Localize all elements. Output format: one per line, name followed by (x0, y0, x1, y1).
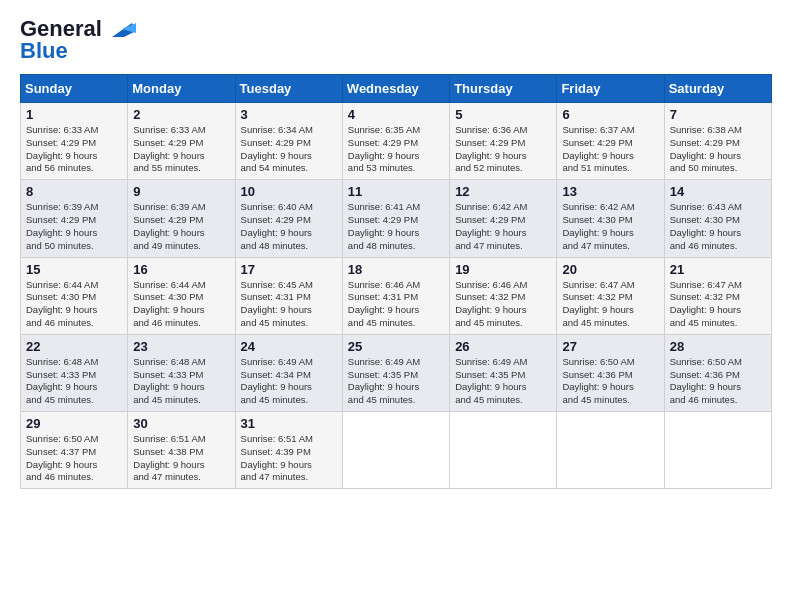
cell-info: Sunrise: 6:49 AMSunset: 4:35 PMDaylight:… (348, 356, 420, 405)
cell-info: Sunrise: 6:36 AMSunset: 4:29 PMDaylight:… (455, 124, 527, 173)
calendar-week-2: 8 Sunrise: 6:39 AMSunset: 4:29 PMDayligh… (21, 180, 772, 257)
calendar-cell: 10 Sunrise: 6:40 AMSunset: 4:29 PMDaylig… (235, 180, 342, 257)
day-header-thursday: Thursday (450, 75, 557, 103)
cell-info: Sunrise: 6:39 AMSunset: 4:29 PMDaylight:… (133, 201, 205, 250)
cell-info: Sunrise: 6:51 AMSunset: 4:38 PMDaylight:… (133, 433, 205, 482)
cell-info: Sunrise: 6:44 AMSunset: 4:30 PMDaylight:… (26, 279, 98, 328)
day-number: 10 (241, 184, 337, 199)
cell-info: Sunrise: 6:46 AMSunset: 4:32 PMDaylight:… (455, 279, 527, 328)
day-number: 11 (348, 184, 444, 199)
logo: General Blue (20, 16, 136, 64)
cell-info: Sunrise: 6:49 AMSunset: 4:34 PMDaylight:… (241, 356, 313, 405)
day-number: 30 (133, 416, 229, 431)
cell-info: Sunrise: 6:33 AMSunset: 4:29 PMDaylight:… (26, 124, 98, 173)
cell-info: Sunrise: 6:42 AMSunset: 4:29 PMDaylight:… (455, 201, 527, 250)
calendar-cell: 11 Sunrise: 6:41 AMSunset: 4:29 PMDaylig… (342, 180, 449, 257)
cell-info: Sunrise: 6:39 AMSunset: 4:29 PMDaylight:… (26, 201, 98, 250)
calendar-cell: 12 Sunrise: 6:42 AMSunset: 4:29 PMDaylig… (450, 180, 557, 257)
calendar-cell (450, 412, 557, 489)
cell-info: Sunrise: 6:42 AMSunset: 4:30 PMDaylight:… (562, 201, 634, 250)
cell-info: Sunrise: 6:34 AMSunset: 4:29 PMDaylight:… (241, 124, 313, 173)
day-number: 13 (562, 184, 658, 199)
day-number: 17 (241, 262, 337, 277)
calendar-week-3: 15 Sunrise: 6:44 AMSunset: 4:30 PMDaylig… (21, 257, 772, 334)
day-number: 14 (670, 184, 766, 199)
day-number: 4 (348, 107, 444, 122)
day-header-wednesday: Wednesday (342, 75, 449, 103)
calendar-cell (342, 412, 449, 489)
cell-info: Sunrise: 6:47 AMSunset: 4:32 PMDaylight:… (670, 279, 742, 328)
calendar-cell: 3 Sunrise: 6:34 AMSunset: 4:29 PMDayligh… (235, 103, 342, 180)
calendar-cell: 16 Sunrise: 6:44 AMSunset: 4:30 PMDaylig… (128, 257, 235, 334)
cell-info: Sunrise: 6:37 AMSunset: 4:29 PMDaylight:… (562, 124, 634, 173)
day-number: 16 (133, 262, 229, 277)
day-number: 22 (26, 339, 122, 354)
calendar-cell: 4 Sunrise: 6:35 AMSunset: 4:29 PMDayligh… (342, 103, 449, 180)
calendar-cell: 14 Sunrise: 6:43 AMSunset: 4:30 PMDaylig… (664, 180, 771, 257)
calendar-cell: 15 Sunrise: 6:44 AMSunset: 4:30 PMDaylig… (21, 257, 128, 334)
calendar-table: SundayMondayTuesdayWednesdayThursdayFrid… (20, 74, 772, 489)
cell-info: Sunrise: 6:40 AMSunset: 4:29 PMDaylight:… (241, 201, 313, 250)
cell-info: Sunrise: 6:41 AMSunset: 4:29 PMDaylight:… (348, 201, 420, 250)
calendar-cell: 21 Sunrise: 6:47 AMSunset: 4:32 PMDaylig… (664, 257, 771, 334)
header: General Blue (20, 16, 772, 64)
day-number: 27 (562, 339, 658, 354)
day-header-saturday: Saturday (664, 75, 771, 103)
calendar-cell: 28 Sunrise: 6:50 AMSunset: 4:36 PMDaylig… (664, 334, 771, 411)
calendar-cell: 9 Sunrise: 6:39 AMSunset: 4:29 PMDayligh… (128, 180, 235, 257)
day-number: 29 (26, 416, 122, 431)
day-number: 31 (241, 416, 337, 431)
calendar-cell: 17 Sunrise: 6:45 AMSunset: 4:31 PMDaylig… (235, 257, 342, 334)
day-number: 15 (26, 262, 122, 277)
cell-info: Sunrise: 6:51 AMSunset: 4:39 PMDaylight:… (241, 433, 313, 482)
day-number: 26 (455, 339, 551, 354)
calendar-cell: 19 Sunrise: 6:46 AMSunset: 4:32 PMDaylig… (450, 257, 557, 334)
cell-info: Sunrise: 6:48 AMSunset: 4:33 PMDaylight:… (26, 356, 98, 405)
day-header-monday: Monday (128, 75, 235, 103)
calendar-cell: 6 Sunrise: 6:37 AMSunset: 4:29 PMDayligh… (557, 103, 664, 180)
calendar-cell: 20 Sunrise: 6:47 AMSunset: 4:32 PMDaylig… (557, 257, 664, 334)
calendar-week-1: 1 Sunrise: 6:33 AMSunset: 4:29 PMDayligh… (21, 103, 772, 180)
day-number: 18 (348, 262, 444, 277)
day-header-tuesday: Tuesday (235, 75, 342, 103)
calendar-cell: 26 Sunrise: 6:49 AMSunset: 4:35 PMDaylig… (450, 334, 557, 411)
calendar-cell (557, 412, 664, 489)
calendar-cell: 5 Sunrise: 6:36 AMSunset: 4:29 PMDayligh… (450, 103, 557, 180)
day-number: 9 (133, 184, 229, 199)
day-number: 28 (670, 339, 766, 354)
logo-blue: Blue (20, 38, 68, 64)
cell-info: Sunrise: 6:45 AMSunset: 4:31 PMDaylight:… (241, 279, 313, 328)
cell-info: Sunrise: 6:49 AMSunset: 4:35 PMDaylight:… (455, 356, 527, 405)
cell-info: Sunrise: 6:44 AMSunset: 4:30 PMDaylight:… (133, 279, 205, 328)
cell-info: Sunrise: 6:43 AMSunset: 4:30 PMDaylight:… (670, 201, 742, 250)
calendar-cell: 23 Sunrise: 6:48 AMSunset: 4:33 PMDaylig… (128, 334, 235, 411)
calendar-cell: 24 Sunrise: 6:49 AMSunset: 4:34 PMDaylig… (235, 334, 342, 411)
day-number: 12 (455, 184, 551, 199)
day-number: 25 (348, 339, 444, 354)
day-number: 5 (455, 107, 551, 122)
calendar-cell: 29 Sunrise: 6:50 AMSunset: 4:37 PMDaylig… (21, 412, 128, 489)
calendar-cell: 27 Sunrise: 6:50 AMSunset: 4:36 PMDaylig… (557, 334, 664, 411)
cell-info: Sunrise: 6:35 AMSunset: 4:29 PMDaylight:… (348, 124, 420, 173)
cell-info: Sunrise: 6:38 AMSunset: 4:29 PMDaylight:… (670, 124, 742, 173)
day-number: 20 (562, 262, 658, 277)
day-number: 21 (670, 262, 766, 277)
calendar-header-row: SundayMondayTuesdayWednesdayThursdayFrid… (21, 75, 772, 103)
calendar-cell: 13 Sunrise: 6:42 AMSunset: 4:30 PMDaylig… (557, 180, 664, 257)
day-number: 8 (26, 184, 122, 199)
cell-info: Sunrise: 6:47 AMSunset: 4:32 PMDaylight:… (562, 279, 634, 328)
day-number: 7 (670, 107, 766, 122)
day-header-sunday: Sunday (21, 75, 128, 103)
day-number: 19 (455, 262, 551, 277)
day-number: 23 (133, 339, 229, 354)
cell-info: Sunrise: 6:50 AMSunset: 4:37 PMDaylight:… (26, 433, 98, 482)
calendar-cell: 25 Sunrise: 6:49 AMSunset: 4:35 PMDaylig… (342, 334, 449, 411)
cell-info: Sunrise: 6:48 AMSunset: 4:33 PMDaylight:… (133, 356, 205, 405)
logo-icon (104, 19, 136, 39)
calendar-week-4: 22 Sunrise: 6:48 AMSunset: 4:33 PMDaylig… (21, 334, 772, 411)
calendar-cell: 2 Sunrise: 6:33 AMSunset: 4:29 PMDayligh… (128, 103, 235, 180)
calendar-cell: 31 Sunrise: 6:51 AMSunset: 4:39 PMDaylig… (235, 412, 342, 489)
calendar-cell: 18 Sunrise: 6:46 AMSunset: 4:31 PMDaylig… (342, 257, 449, 334)
day-header-friday: Friday (557, 75, 664, 103)
calendar-cell (664, 412, 771, 489)
